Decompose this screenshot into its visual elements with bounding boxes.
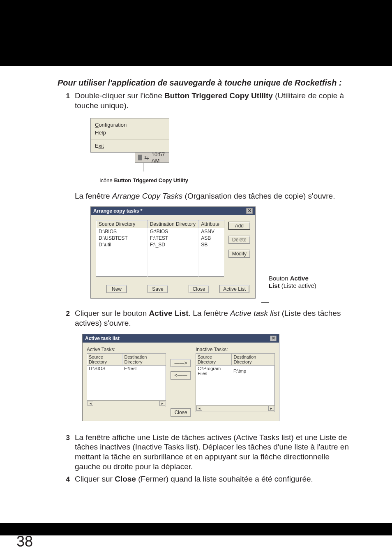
col-attribute[interactable]: Attribute bbox=[198, 220, 224, 228]
cell: D:\util bbox=[96, 241, 148, 248]
text: . La fenêtre bbox=[189, 309, 230, 317]
menu-item-configuration[interactable]: Configuration bbox=[95, 121, 165, 129]
footer-black-band bbox=[0, 523, 392, 535]
step-number: 3 bbox=[58, 433, 70, 472]
col-source[interactable]: Source Directory bbox=[87, 353, 122, 365]
inactive-tasks-table[interactable]: Source Directory Destination Directory C… bbox=[196, 353, 275, 405]
text: Bouton bbox=[269, 275, 290, 282]
table-row bbox=[87, 389, 166, 394]
callout-active-list: Bouton Active List (Liste active) bbox=[269, 275, 316, 299]
col-source[interactable]: Source Directory bbox=[96, 220, 148, 228]
callout-line bbox=[261, 302, 269, 303]
cell: ASB bbox=[198, 235, 224, 241]
new-button[interactable]: New bbox=[106, 285, 127, 293]
move-left-button[interactable]: <—— bbox=[171, 371, 191, 380]
cell: D:\USBTEST bbox=[96, 235, 148, 241]
move-buttons: ——> <—— Close bbox=[168, 347, 193, 417]
close-icon[interactable]: ✕ bbox=[246, 208, 253, 214]
cell: F:\_SD bbox=[147, 241, 198, 248]
dialog-active-task-list: Active task list ✕ Active Tasks: Source … bbox=[82, 334, 279, 421]
text: La fenêtre affiche une Liste de tâches a… bbox=[75, 433, 349, 471]
text-bold: Button Triggered Copy Utility bbox=[114, 177, 188, 183]
text: E bbox=[95, 143, 99, 149]
dialog-title-text: Arrange copy tasks * bbox=[93, 208, 142, 214]
table-row bbox=[196, 388, 275, 394]
page-number: 38 bbox=[16, 533, 33, 550]
text-bold: Active List bbox=[149, 309, 189, 317]
table-row[interactable]: C:\Program Files F:\tmp bbox=[196, 365, 275, 376]
table-row bbox=[196, 376, 275, 382]
step-1: 1 Double-cliquer sur l'icône Button Trig… bbox=[58, 91, 355, 111]
dialog-titlebar: Active task list ✕ bbox=[83, 334, 279, 343]
text-bold: Active bbox=[290, 275, 309, 282]
figure-arrange-copy-tasks: Arrange copy tasks * ✕ Source Directory … bbox=[90, 206, 355, 299]
table-row bbox=[87, 394, 166, 401]
section-title: Pour utiliser l'application de sauvegard… bbox=[58, 78, 355, 88]
callout-line bbox=[143, 163, 143, 171]
step-number: 4 bbox=[58, 474, 70, 484]
modify-button[interactable]: Modify bbox=[228, 250, 250, 258]
active-list-button[interactable]: Active List bbox=[219, 285, 249, 293]
text: Cliquer sur bbox=[75, 475, 115, 483]
figure-tray-menu: Configuration Help Exit ⇆ 10:57 AM Icône… bbox=[90, 118, 169, 183]
table-row bbox=[96, 248, 224, 254]
table-row bbox=[196, 394, 275, 399]
table-row[interactable]: D:\BIOS G:\BIOS ASNV bbox=[96, 228, 224, 235]
move-right-button[interactable]: ——> bbox=[171, 359, 191, 367]
scrollbar[interactable]: ◂ ▸ bbox=[87, 401, 166, 407]
cell: D:\BIOS bbox=[96, 228, 148, 235]
text-italic: Arrange Copy Tasks bbox=[112, 192, 182, 200]
step-2: 2 Cliquer sur le bouton Active List. La … bbox=[58, 308, 355, 328]
table-row bbox=[96, 271, 224, 277]
col-source[interactable]: Source Directory bbox=[196, 353, 232, 365]
scroll-right-icon[interactable]: ▸ bbox=[159, 401, 165, 406]
table-row[interactable]: D:\util F:\_SD SB bbox=[96, 241, 224, 248]
active-tasks-table[interactable]: Source Directory Destination Directory D… bbox=[87, 353, 166, 401]
text: La fenêtre bbox=[75, 192, 112, 200]
cell: F:\test bbox=[122, 365, 166, 371]
cell: G:\BIOS bbox=[147, 228, 198, 235]
table-row bbox=[196, 399, 275, 405]
table-row[interactable]: D:\USBTEST F:\TEST ASB bbox=[96, 235, 224, 241]
menu-item-help[interactable]: Help bbox=[95, 129, 165, 137]
menu-item-exit[interactable]: Exit bbox=[95, 142, 165, 150]
inactive-tasks-column: Inactive Tasks: Source Directory Destina… bbox=[196, 347, 275, 417]
step-3: 3 La fenêtre affiche une Liste de tâches… bbox=[58, 433, 355, 472]
figure-active-task-list: Active task list ✕ Active Tasks: Source … bbox=[82, 334, 355, 421]
scrollbar[interactable]: ◂ ▸ bbox=[196, 405, 275, 412]
col-destination[interactable]: Destination Directory bbox=[147, 220, 198, 228]
inactive-tasks-label: Inactive Tasks: bbox=[196, 347, 275, 352]
close-button[interactable]: Close bbox=[189, 285, 209, 293]
scroll-right-icon[interactable]: ▸ bbox=[268, 406, 274, 411]
close-button[interactable]: Close bbox=[171, 408, 191, 417]
table-row[interactable]: D:\BIOS F:\test bbox=[87, 365, 166, 371]
cell: F:\TEST bbox=[147, 235, 198, 241]
context-menu: Configuration Help Exit bbox=[90, 118, 169, 153]
delete-button[interactable]: Delete bbox=[228, 236, 250, 244]
tray-app-icon[interactable] bbox=[138, 155, 142, 160]
bottom-buttons: New Save Close Active List bbox=[96, 285, 250, 293]
scroll-left-icon[interactable]: ◂ bbox=[196, 406, 202, 411]
add-button[interactable]: Add bbox=[228, 222, 250, 230]
cell: F:\tmp bbox=[232, 365, 275, 376]
table-row bbox=[196, 382, 275, 388]
dialog-title-text: Active task list bbox=[85, 336, 120, 341]
cell: D:\BIOS bbox=[87, 365, 122, 371]
page-content: Pour utiliser l'application de sauvegard… bbox=[0, 66, 392, 484]
col-destination[interactable]: Destination Directory bbox=[232, 353, 275, 365]
task-table[interactable]: Source Directory Destination Directory A… bbox=[96, 220, 224, 277]
scroll-left-icon[interactable]: ◂ bbox=[88, 401, 93, 406]
dialog-arrange-copy-tasks: Arrange copy tasks * ✕ Source Directory … bbox=[90, 206, 256, 299]
menu-group: Configuration Help bbox=[91, 118, 169, 139]
table-row bbox=[87, 377, 166, 383]
save-button[interactable]: Save bbox=[148, 285, 168, 293]
menu-group: Exit bbox=[91, 139, 169, 152]
text: Icône bbox=[99, 177, 114, 183]
table-row bbox=[87, 371, 166, 377]
close-icon[interactable]: ✕ bbox=[270, 336, 277, 341]
text: (Organisation des tâches de copie) s'ouv… bbox=[182, 192, 335, 200]
step-4: 4 Cliquer sur Close (Fermer) quand la li… bbox=[58, 474, 355, 484]
text: Cliquer sur le bouton bbox=[75, 309, 149, 317]
callout-wrapper: Bouton Active List (Liste active) bbox=[261, 275, 316, 299]
col-destination[interactable]: Destination Directory bbox=[122, 353, 166, 365]
